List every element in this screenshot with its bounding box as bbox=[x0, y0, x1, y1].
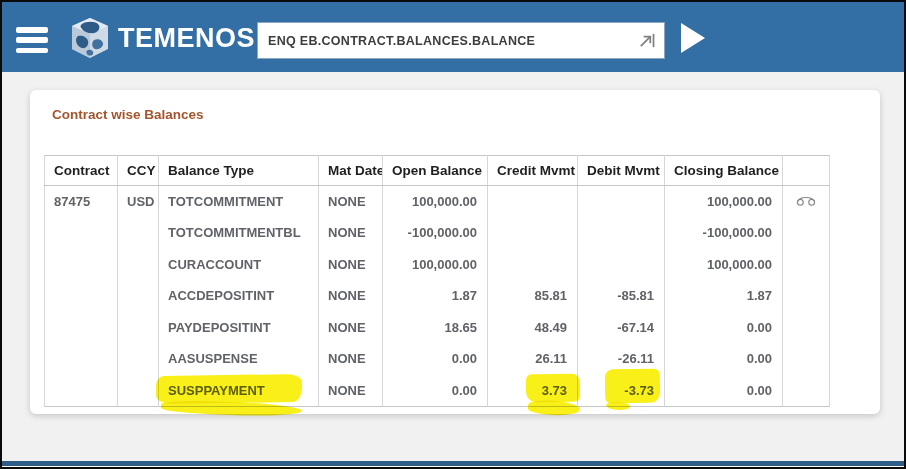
balances-table-header: Contract CCY Balance Type Mat Date Open … bbox=[45, 156, 830, 186]
launch-arrow-icon[interactable] bbox=[637, 31, 656, 50]
cell-mat-date: NONE bbox=[319, 186, 383, 218]
cell-debit-mvmt bbox=[578, 249, 665, 281]
cell-ccy bbox=[118, 249, 159, 281]
cell-mat-date: NONE bbox=[319, 375, 383, 407]
cell-balance-type: PAYDEPOSITINT bbox=[159, 312, 319, 344]
cell-contract bbox=[45, 375, 118, 407]
table-row: PAYDEPOSITINT NONE 18.65 48.49 -67.14 0.… bbox=[45, 312, 830, 344]
cell-ccy bbox=[118, 217, 159, 249]
cell-credit-mvmt: 26.11 bbox=[488, 343, 578, 375]
cell-closing-balance: -100,000.00 bbox=[665, 217, 783, 249]
cell-contract bbox=[45, 249, 118, 281]
temenos-logo: TEMENOS bbox=[68, 16, 255, 60]
binoculars-icon[interactable] bbox=[796, 195, 816, 210]
cell-drilldown bbox=[783, 343, 830, 375]
cell-debit-mvmt: -67.14 bbox=[578, 312, 665, 344]
table-row: ACCDEPOSITINT NONE 1.87 85.81 -85.81 1.8… bbox=[45, 280, 830, 312]
cell-contract bbox=[45, 280, 118, 312]
cell-drilldown bbox=[783, 375, 830, 407]
cell-mat-date: NONE bbox=[319, 280, 383, 312]
cell-credit-mvmt: 85.81 bbox=[488, 280, 578, 312]
table-row: CURACCOUNT NONE 100,000.00 100,000.00 bbox=[45, 249, 830, 281]
col-header-contract: Contract bbox=[45, 156, 118, 186]
col-header-open-balance: Open Balance bbox=[383, 156, 488, 186]
cell-contract bbox=[45, 217, 118, 249]
cell-drilldown bbox=[783, 217, 830, 249]
menu-hamburger-icon[interactable] bbox=[16, 27, 48, 53]
col-header-ccy: CCY bbox=[118, 156, 159, 186]
cell-closing-balance: 100,000.00 bbox=[665, 186, 783, 218]
cell-open-balance: 100,000.00 bbox=[383, 249, 488, 281]
cell-credit-mvmt bbox=[488, 217, 578, 249]
cell-balance-type: AASUSPENSE bbox=[159, 343, 319, 375]
cell-debit-mvmt bbox=[578, 217, 665, 249]
temenos-logo-text: TEMENOS bbox=[118, 23, 255, 54]
cell-closing-balance: 100,000.00 bbox=[665, 249, 783, 281]
bottom-status-bar bbox=[2, 461, 904, 466]
cell-ccy bbox=[118, 312, 159, 344]
cell-credit-mvmt bbox=[488, 186, 578, 218]
cell-mat-date: NONE bbox=[319, 343, 383, 375]
run-enquiry-play-icon[interactable] bbox=[681, 23, 705, 53]
command-bar bbox=[257, 22, 665, 59]
cell-balance-type: TOTCOMMITMENTBL bbox=[159, 217, 319, 249]
col-header-debit-mvmt: Debit Mvmt bbox=[578, 156, 665, 186]
cell-debit-mvmt: -26.11 bbox=[578, 343, 665, 375]
table-row: 87475 USD TOTCOMMITMENT NONE 100,000.00 … bbox=[45, 186, 830, 218]
cell-ccy bbox=[118, 343, 159, 375]
cell-closing-balance: 0.00 bbox=[665, 312, 783, 344]
cell-open-balance: 18.65 bbox=[383, 312, 488, 344]
col-header-closing-balance: Closing Balance bbox=[665, 156, 783, 186]
col-header-actions bbox=[783, 156, 830, 186]
command-input[interactable] bbox=[258, 23, 637, 58]
col-header-mat-date: Mat Date bbox=[319, 156, 383, 186]
balances-table-body: 87475 USD TOTCOMMITMENT NONE 100,000.00 … bbox=[45, 186, 830, 407]
cell-ccy bbox=[118, 280, 159, 312]
cell-closing-balance: 0.00 bbox=[665, 375, 783, 407]
cell-drilldown bbox=[783, 280, 830, 312]
cell-credit-mvmt: 3.73 bbox=[488, 375, 578, 407]
cell-open-balance: 100,000.00 bbox=[383, 186, 488, 218]
col-header-credit-mvmt: Credit Mvmt bbox=[488, 156, 578, 186]
cell-closing-balance: 1.87 bbox=[665, 280, 783, 312]
cell-debit-mvmt: -3.73 bbox=[578, 375, 665, 407]
enquiry-result-card: Contract wise Balances Contract CCY Bala… bbox=[30, 90, 880, 414]
cell-balance-type: SUSPPAYMENT bbox=[159, 375, 319, 407]
table-row: AASUSPENSE NONE 0.00 26.11 -26.11 0.00 bbox=[45, 343, 830, 375]
cell-debit-mvmt bbox=[578, 186, 665, 218]
cell-debit-mvmt: -85.81 bbox=[578, 280, 665, 312]
cell-closing-balance: 0.00 bbox=[665, 343, 783, 375]
balances-table: Contract CCY Balance Type Mat Date Open … bbox=[44, 155, 830, 407]
cell-ccy: USD bbox=[118, 186, 159, 218]
cell-open-balance: 0.00 bbox=[383, 375, 488, 407]
cell-mat-date: NONE bbox=[319, 249, 383, 281]
cell-drilldown bbox=[783, 186, 830, 218]
app-window: TEMENOS Contract wise Balances bbox=[0, 0, 906, 469]
cell-balance-type: TOTCOMMITMENT bbox=[159, 186, 319, 218]
cell-drilldown bbox=[783, 249, 830, 281]
cell-balance-type: CURACCOUNT bbox=[159, 249, 319, 281]
cell-open-balance: 0.00 bbox=[383, 343, 488, 375]
cell-mat-date: NONE bbox=[319, 217, 383, 249]
cell-balance-type: ACCDEPOSITINT bbox=[159, 280, 319, 312]
table-row: TOTCOMMITMENTBL NONE -100,000.00 -100,00… bbox=[45, 217, 830, 249]
cell-credit-mvmt: 48.49 bbox=[488, 312, 578, 344]
cell-drilldown bbox=[783, 312, 830, 344]
table-row: SUSPPAYMENT NONE 0.00 3.73 -3.73 0.00 bbox=[45, 375, 830, 407]
col-header-balance-type: Balance Type bbox=[159, 156, 319, 186]
cell-credit-mvmt bbox=[488, 249, 578, 281]
cell-mat-date: NONE bbox=[319, 312, 383, 344]
cell-contract bbox=[45, 343, 118, 375]
workspace: Contract wise Balances Contract CCY Bala… bbox=[2, 72, 904, 461]
cell-contract: 87475 bbox=[45, 186, 118, 218]
cell-open-balance: 1.87 bbox=[383, 280, 488, 312]
cell-open-balance: -100,000.00 bbox=[383, 217, 488, 249]
top-toolbar: TEMENOS bbox=[2, 2, 904, 72]
cell-ccy bbox=[118, 375, 159, 407]
page-title: Contract wise Balances bbox=[52, 107, 204, 122]
temenos-globe-icon bbox=[68, 16, 112, 60]
cell-contract bbox=[45, 312, 118, 344]
